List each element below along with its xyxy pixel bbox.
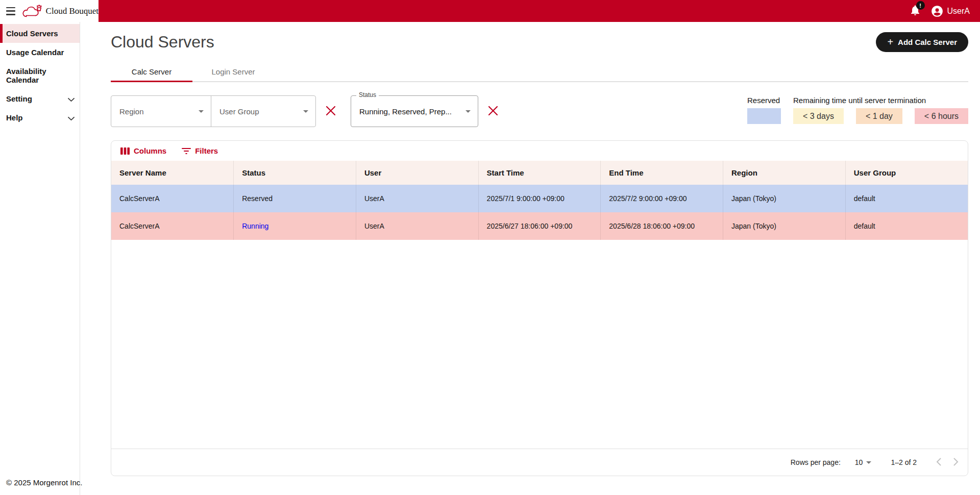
columns-icon — [120, 147, 130, 155]
column-header-status: Status — [234, 161, 356, 185]
sidebar: Cloud Servers Usage Calendar Availabilit… — [0, 22, 80, 495]
server-table: Server Name Status User Start Time End T… — [111, 161, 968, 240]
plus-icon: + — [887, 37, 893, 47]
notifications-bell-icon[interactable]: ! — [909, 4, 921, 18]
table-toolbar: Columns Filters — [111, 141, 968, 161]
app-root: Cloud Bouquet ! UserA — [0, 0, 980, 495]
cell-start-time: 2025/6/27 18:06:00 +09:00 — [478, 212, 601, 240]
columns-button-label: Columns — [134, 146, 166, 155]
table-row[interactable]: CalcServerA Running UserA 2025/6/27 18:0… — [111, 212, 968, 240]
column-header-region: Region — [723, 161, 846, 185]
chevron-down-icon — [68, 94, 75, 103]
status-select-value: Running, Reserved, Prep... — [359, 107, 452, 116]
top-bar-actions: ! UserA — [99, 0, 980, 22]
cell-region: Japan (Tokyo) — [723, 185, 846, 212]
sidebar-item-availability-calendar[interactable]: Availability Calendar — [0, 62, 80, 89]
app-logo-text: Cloud Bouquet — [46, 6, 99, 16]
page-title: Cloud Servers — [111, 33, 214, 52]
notification-badge: ! — [916, 1, 925, 10]
top-bar: Cloud Bouquet ! UserA — [0, 0, 980, 22]
hamburger-menu-icon[interactable] — [6, 6, 15, 16]
cell-server-name: CalcServerA — [111, 212, 234, 240]
table-empty-space — [111, 240, 968, 449]
clear-region-usergroup-filter-icon[interactable] — [325, 105, 336, 118]
sidebar-item-label: Help — [6, 113, 23, 122]
rows-per-page-label: Rows per page: — [791, 458, 841, 466]
user-group-select-placeholder: User Group — [219, 107, 259, 116]
column-header-server-name: Server Name — [111, 161, 234, 185]
cell-user: UserA — [356, 185, 478, 212]
copyright-text: © 2025 Morgenrot Inc. — [6, 478, 82, 487]
legend-termination-label: Remaining time until server termination — [793, 96, 968, 105]
clear-status-filter-icon[interactable] — [487, 105, 499, 118]
status-select-label: Status — [356, 91, 379, 98]
legend-termination: Remaining time until server termination … — [793, 96, 968, 124]
legend-reserved-swatch — [747, 108, 781, 124]
legend-chip-3-days: < 3 days — [793, 108, 844, 124]
column-header-end-time: End Time — [601, 161, 723, 185]
user-avatar-icon — [930, 5, 944, 18]
legend-termination-chips: < 3 days < 1 day < 6 hours — [793, 108, 968, 124]
cell-end-time: 2025/7/2 9:00:00 +09:00 — [601, 185, 723, 212]
chevron-down-icon — [465, 110, 471, 113]
cell-status-link[interactable]: Running — [242, 222, 268, 230]
rows-per-page-select[interactable]: 10 — [855, 458, 872, 466]
filter-bar: Region User Group Status Running, Reserv… — [111, 95, 968, 127]
color-legend: Reserved Remaining time until server ter… — [747, 96, 968, 124]
region-select-placeholder: Region — [119, 107, 144, 116]
legend-chip-1-day: < 1 day — [856, 108, 902, 124]
table-row[interactable]: CalcServerA Reserved UserA 2025/7/1 9:00… — [111, 185, 968, 212]
top-bar-brand-area: Cloud Bouquet — [0, 0, 99, 22]
filters-button[interactable]: Filters — [178, 144, 222, 157]
column-header-start-time: Start Time — [478, 161, 601, 185]
sidebar-item-help[interactable]: Help — [0, 108, 80, 127]
table-header-row: Server Name Status User Start Time End T… — [111, 161, 968, 185]
region-select[interactable]: Region — [111, 96, 211, 127]
column-header-user: User — [356, 161, 478, 185]
cloud-bouquet-logo-icon — [21, 4, 43, 18]
cell-user-group: default — [845, 185, 968, 212]
cell-server-name: CalcServerA — [111, 185, 234, 212]
sidebar-item-label: Cloud Servers — [6, 29, 58, 38]
column-header-user-group: User Group — [845, 161, 968, 185]
tab-calc-server[interactable]: Calc Server — [111, 63, 192, 82]
user-name: UserA — [947, 7, 970, 16]
add-calc-server-label: Add Calc Server — [898, 38, 957, 46]
filter-icon — [182, 147, 191, 155]
sidebar-item-cloud-servers[interactable]: Cloud Servers — [0, 24, 80, 43]
sidebar-item-setting[interactable]: Setting — [0, 89, 80, 108]
page-header: Cloud Servers + Add Calc Server — [111, 31, 968, 53]
app-logo: Cloud Bouquet — [21, 4, 99, 18]
tab-label: Login Server — [211, 67, 255, 76]
columns-button[interactable]: Columns — [116, 144, 170, 157]
main-content: Cloud Servers + Add Calc Server Calc Ser… — [80, 22, 980, 495]
next-page-icon[interactable] — [947, 455, 965, 471]
cell-user-group: default — [845, 212, 968, 240]
chevron-down-icon — [866, 461, 871, 464]
legend-reserved-label: Reserved — [747, 96, 781, 105]
server-type-tabs: Calc Server Login Server — [111, 63, 968, 82]
pagination-bar: Rows per page: 10 1–2 of 2 — [111, 449, 968, 476]
status-select[interactable]: Status Running, Reserved, Prep... — [351, 95, 478, 127]
region-usergroup-filter-group: Region User Group — [111, 95, 316, 127]
tab-label: Calc Server — [132, 67, 172, 76]
filters-button-label: Filters — [195, 146, 218, 155]
pagination-range: 1–2 of 2 — [891, 458, 917, 466]
cell-region: Japan (Tokyo) — [723, 212, 846, 240]
tab-login-server[interactable]: Login Server — [192, 63, 274, 81]
previous-page-icon[interactable] — [930, 455, 947, 471]
add-calc-server-button[interactable]: + Add Calc Server — [876, 32, 968, 52]
chevron-down-icon — [199, 110, 204, 113]
rows-per-page-value: 10 — [855, 458, 863, 466]
cell-start-time: 2025/7/1 9:00:00 +09:00 — [478, 185, 601, 212]
sidebar-item-usage-calendar[interactable]: Usage Calendar — [0, 43, 80, 62]
sidebar-item-label: Availability Calendar — [6, 67, 46, 84]
legend-reserved: Reserved — [747, 96, 781, 124]
chevron-down-icon — [303, 110, 308, 113]
sidebar-item-label: Usage Calendar — [6, 48, 64, 57]
cell-end-time: 2025/6/28 18:06:00 +09:00 — [601, 212, 723, 240]
user-group-select[interactable]: User Group — [211, 96, 315, 127]
legend-chip-6-hours: < 6 hours — [915, 108, 968, 124]
user-menu[interactable]: UserA — [930, 5, 970, 18]
cell-status: Reserved — [234, 185, 356, 212]
